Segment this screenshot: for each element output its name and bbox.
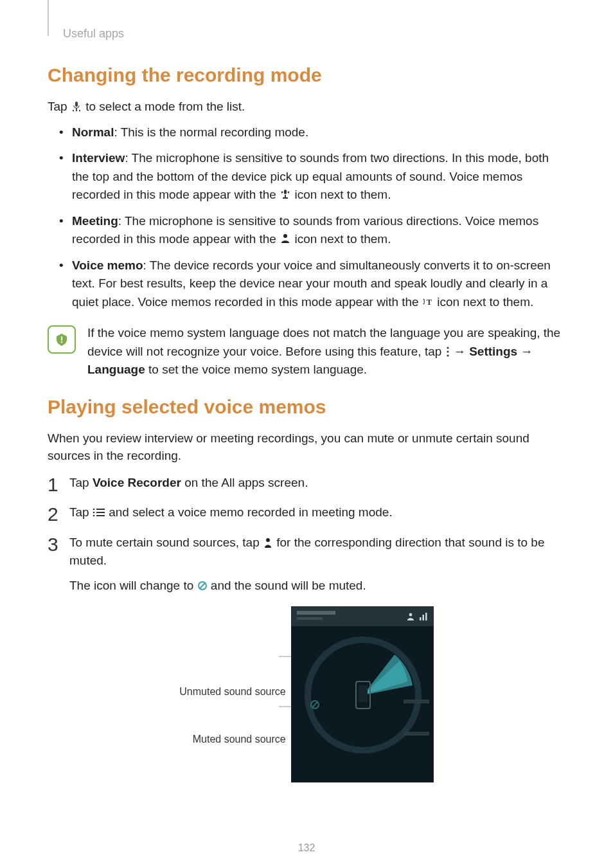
list-icon: [93, 507, 105, 518]
more-options-icon: [445, 346, 450, 357]
text: icon next to them.: [291, 188, 391, 201]
text: icon next to them.: [434, 295, 533, 309]
bullet-normal: Normal: This is the normal recording mod…: [48, 123, 565, 142]
language-label: Language: [87, 363, 145, 376]
bullet-interview: Interview: The microphone is sensitive t…: [48, 149, 565, 204]
text: to set the voice memo system language.: [145, 363, 367, 376]
step-3: 3 To mute certain sound sources, tap for…: [48, 534, 565, 595]
text: : This is the normal recording mode.: [114, 125, 308, 139]
svg-point-8: [283, 234, 287, 238]
text: to select a mode from the list.: [82, 100, 245, 113]
text: Tap: [69, 476, 93, 489]
label: Meeting: [72, 214, 118, 228]
svg-point-3: [76, 110, 77, 111]
label: Voice memo: [72, 258, 143, 272]
text: and select a voice memo recorded in meet…: [105, 505, 393, 519]
voice-recorder-label: Voice Recorder: [93, 476, 181, 489]
svg-point-4: [79, 110, 80, 111]
text: icon next to them.: [291, 232, 391, 246]
svg-point-14: [93, 509, 95, 511]
figure-labels: Unmuted sound source Muted sound source: [179, 644, 285, 745]
figure-playback: Unmuted sound source Muted sound source: [136, 606, 477, 782]
text: To mute certain sound sources, tap: [69, 536, 263, 549]
interview-icon: [280, 188, 291, 200]
svg-rect-29: [425, 613, 427, 620]
figure-side-bar-2: [404, 732, 429, 736]
figure-device: [291, 606, 434, 782]
svg-rect-5: [284, 190, 287, 194]
svg-line-32: [312, 702, 317, 707]
note-text: If the voice memo system language does n…: [87, 324, 565, 379]
svg-line-22: [200, 583, 205, 588]
svg-rect-0: [75, 102, 78, 107]
meeting-icon: [280, 233, 291, 244]
svg-rect-1: [76, 108, 77, 110]
svg-rect-28: [422, 615, 424, 620]
bullet-voice-memo: Voice memo: The device records your voic…: [48, 257, 565, 312]
text: on the All apps screen.: [181, 476, 308, 489]
voice-memo-icon: T: [422, 296, 434, 307]
svg-point-10: [61, 341, 63, 343]
svg-rect-6: [285, 195, 286, 197]
svg-point-13: [447, 354, 449, 356]
figure-topbar-people-icon: [406, 612, 415, 621]
svg-rect-34: [359, 685, 368, 702]
label: Normal: [72, 125, 114, 139]
heading-playing-voice-memos: Playing selected voice memos: [48, 396, 565, 418]
svg-point-12: [447, 350, 449, 352]
svg-text:T: T: [427, 296, 432, 306]
svg-rect-27: [420, 617, 422, 620]
step-number: 3: [48, 530, 64, 559]
page-number: 132: [0, 842, 613, 854]
label: Interview: [72, 151, 125, 165]
bullet-meeting: Meeting: The microphone is sensitive to …: [48, 212, 565, 249]
settings-label: Settings: [469, 345, 517, 358]
mode-list: Normal: This is the normal recording mod…: [48, 123, 565, 312]
svg-point-20: [266, 538, 270, 542]
intro-playing: When you review interview or meeting rec…: [48, 429, 565, 465]
note-icon: [48, 325, 76, 354]
svg-rect-19: [96, 515, 105, 516]
step-number: 1: [48, 470, 64, 499]
label-muted: Muted sound source: [193, 734, 286, 745]
svg-point-26: [409, 613, 412, 617]
heading-changing-recording-mode: Changing the recording mode: [48, 64, 565, 86]
step-1: 1 Tap Voice Recorder on the All apps scr…: [48, 474, 565, 493]
svg-point-11: [447, 347, 449, 348]
text: The icon will change to: [69, 579, 197, 592]
svg-point-18: [93, 515, 95, 517]
step-number: 2: [48, 500, 64, 529]
text: Tap: [69, 505, 93, 519]
sound-source-icon: [263, 537, 273, 548]
text: Tap: [48, 100, 71, 113]
step-2: 2 Tap and select a voice memo recorded i…: [48, 503, 565, 522]
margin-rule: [48, 0, 49, 36]
figure-topbar-subtitle: [297, 617, 323, 620]
figure-topbar-bars-icon: [419, 612, 428, 621]
svg-rect-15: [96, 509, 105, 510]
steps-list: 1 Tap Voice Recorder on the All apps scr…: [48, 474, 565, 595]
label-unmuted: Unmuted sound source: [179, 686, 285, 698]
text: and the sound will be muted.: [208, 579, 366, 592]
svg-rect-17: [96, 512, 105, 513]
text: →: [517, 345, 533, 358]
intro-changing: Tap to select a mode from the list.: [48, 98, 565, 116]
figure-topbar: [292, 607, 433, 626]
mode-select-icon: [71, 101, 82, 113]
svg-rect-7: [283, 197, 288, 199]
breadcrumb: Useful apps: [63, 27, 124, 41]
muted-icon: [197, 581, 208, 591]
figure-radar: [303, 635, 423, 755]
text: →: [450, 345, 470, 358]
page-content: Changing the recording mode Tap to selec…: [48, 0, 565, 782]
note-block: If the voice memo system language does n…: [48, 324, 565, 379]
figure-topbar-title: [297, 611, 335, 615]
svg-point-16: [93, 512, 95, 514]
figure-side-bar-1: [404, 700, 429, 703]
svg-point-2: [73, 110, 74, 111]
